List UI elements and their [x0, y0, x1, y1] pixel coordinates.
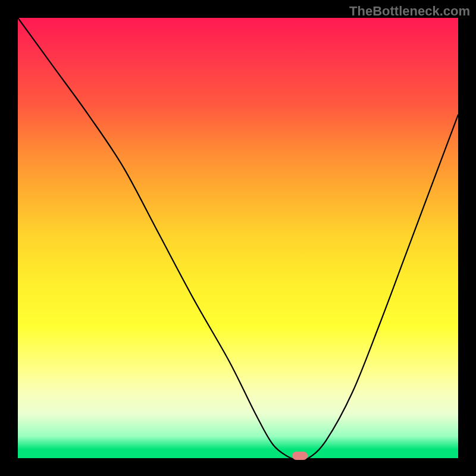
chart-frame: TheBottleneck.com: [0, 0, 476, 476]
watermark-text: TheBottleneck.com: [349, 4, 470, 19]
bottleneck-curve: [18, 18, 458, 458]
optimal-marker: [292, 452, 308, 460]
plot-area: [18, 18, 458, 458]
curve-path: [18, 18, 458, 459]
